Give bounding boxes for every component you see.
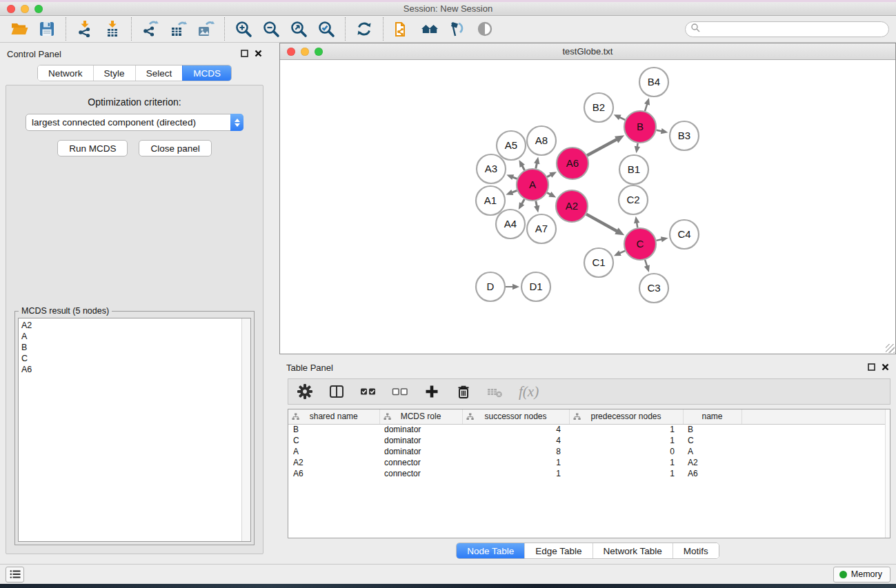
cell-successor-nodes[interactable]: 1 xyxy=(462,457,569,468)
cell-successor-nodes[interactable]: 4 xyxy=(462,435,569,446)
zoom-out-icon[interactable] xyxy=(260,19,282,39)
refresh-icon[interactable] xyxy=(353,19,375,39)
clone-network-icon[interactable] xyxy=(391,19,413,39)
zoom-fit-icon[interactable] xyxy=(288,19,310,39)
cell-name[interactable]: A2 xyxy=(683,457,741,468)
birds-eye-icon[interactable] xyxy=(474,19,496,39)
cell-successor-nodes[interactable]: 4 xyxy=(462,424,569,435)
graph-node-C[interactable]: C xyxy=(624,228,656,260)
run-mcds-button[interactable]: Run MCDS xyxy=(57,140,128,156)
import-table-icon[interactable] xyxy=(101,19,123,39)
resize-grip[interactable] xyxy=(886,344,895,353)
save-session-icon[interactable] xyxy=(36,19,58,39)
add-row-icon[interactable] xyxy=(424,383,440,400)
cell-successor-nodes[interactable]: 8 xyxy=(462,446,569,457)
cell-mcds-role[interactable]: connector xyxy=(379,468,462,479)
cell-name[interactable]: A xyxy=(683,446,741,457)
graph-node-A6[interactable]: A6 xyxy=(557,148,588,179)
delete-row-icon[interactable] xyxy=(455,383,472,400)
cell-shared-name[interactable]: C xyxy=(288,435,379,446)
float-panel-icon[interactable] xyxy=(241,48,248,60)
network-canvas[interactable]: B4B2BB3B1A5A8A6A3AA1C2A2A4A7CC4C1C3DD1 xyxy=(280,60,895,354)
column-header-mcds-role[interactable]: MCDS role xyxy=(379,409,462,424)
column-header-predecessor-nodes[interactable]: predecessor nodes xyxy=(569,409,683,424)
show-column-icon[interactable] xyxy=(328,383,345,400)
graph-node-C1[interactable]: C1 xyxy=(584,248,613,277)
mcds-result-item[interactable]: C xyxy=(21,353,250,364)
tab-node-table[interactable]: Node Table xyxy=(457,543,524,558)
tab-motifs[interactable]: Motifs xyxy=(673,543,719,558)
graph-edge-A6-B[interactable] xyxy=(587,139,617,156)
graph-node-A4[interactable]: A4 xyxy=(496,210,525,239)
cell-successor-nodes[interactable]: 1 xyxy=(462,468,569,479)
graph-node-D1[interactable]: D1 xyxy=(521,272,550,301)
graph-node-B3[interactable]: B3 xyxy=(670,121,699,150)
column-header-name[interactable]: name xyxy=(683,409,741,424)
mcds-result-item[interactable]: B xyxy=(21,342,250,353)
export-network-icon[interactable] xyxy=(139,19,161,39)
graph-node-A5[interactable]: A5 xyxy=(497,131,526,160)
table-row[interactable]: Cdominator41C xyxy=(288,435,890,446)
tab-select[interactable]: Select xyxy=(135,65,183,81)
result-list-scrollbar[interactable] xyxy=(241,318,250,541)
graph-node-C2[interactable]: C2 xyxy=(619,185,648,214)
select-all-icon[interactable] xyxy=(360,383,377,400)
graph-node-A3[interactable]: A3 xyxy=(477,154,506,183)
cell-mcds-role[interactable]: dominator xyxy=(379,424,462,435)
tab-network-table[interactable]: Network Table xyxy=(593,543,673,558)
criterion-select[interactable]: largest connected component (directed) xyxy=(26,114,243,131)
graphics-details-icon[interactable] xyxy=(446,19,468,39)
cell-shared-name[interactable]: B xyxy=(288,424,379,435)
cell-name[interactable]: B xyxy=(683,424,741,435)
table-scrollbar[interactable] xyxy=(885,409,890,538)
column-header-successor-nodes[interactable]: successor nodes xyxy=(462,409,569,424)
graph-node-B[interactable]: B xyxy=(624,111,656,143)
search-input[interactable] xyxy=(701,22,888,37)
tab-mcds[interactable]: MCDS xyxy=(182,65,231,81)
node-table[interactable]: shared nameMCDS rolesuccessor nodesprede… xyxy=(288,409,890,538)
graph-node-C3[interactable]: C3 xyxy=(639,274,668,303)
export-image-icon[interactable] xyxy=(195,19,217,39)
mcds-result-list[interactable]: A2ABCA6 xyxy=(18,318,251,542)
float-table-panel-icon[interactable] xyxy=(868,361,875,374)
search-field[interactable] xyxy=(685,21,889,37)
graph-edge-A2-C[interactable] xyxy=(586,214,617,232)
table-row[interactable]: A2connector11A2 xyxy=(288,457,890,468)
settings-gear-icon[interactable] xyxy=(297,383,313,400)
deselect-all-icon[interactable] xyxy=(392,383,408,400)
cell-mcds-role[interactable]: dominator xyxy=(379,435,462,446)
function-builder-icon[interactable]: f(x) xyxy=(519,383,539,401)
cell-shared-name[interactable]: A xyxy=(288,446,379,457)
cell-predecessor-nodes[interactable]: 1 xyxy=(569,424,683,435)
cell-shared-name[interactable]: A6 xyxy=(288,468,379,479)
graph-node-A7[interactable]: A7 xyxy=(527,214,556,243)
table-row[interactable]: Adominator80A xyxy=(288,446,890,457)
task-history-button[interactable] xyxy=(6,567,24,582)
close-table-panel-icon[interactable] xyxy=(882,361,889,374)
mcds-result-item[interactable]: A6 xyxy=(21,364,250,375)
zoom-selected-icon[interactable] xyxy=(315,19,337,39)
graph-node-B2[interactable]: B2 xyxy=(584,93,613,122)
session-titlebar[interactable]: Session: New Session xyxy=(0,2,896,16)
import-network-icon[interactable] xyxy=(74,19,96,39)
graph-edge-B-B4[interactable] xyxy=(645,103,647,111)
graph-edge-C-C3[interactable] xyxy=(645,260,647,267)
graph-node-D[interactable]: D xyxy=(476,272,505,301)
cell-predecessor-nodes[interactable]: 1 xyxy=(569,457,683,468)
cell-name[interactable]: C xyxy=(683,435,741,446)
zoom-in-icon[interactable] xyxy=(232,19,255,39)
close-panel-icon[interactable] xyxy=(255,48,262,60)
column-header-shared-name[interactable]: shared name xyxy=(288,409,379,424)
close-panel-button[interactable]: Close panel xyxy=(139,140,211,156)
tab-edge-table[interactable]: Edge Table xyxy=(524,543,592,558)
graph-node-A1[interactable]: A1 xyxy=(476,186,505,215)
cell-mcds-role[interactable]: dominator xyxy=(379,446,462,457)
graph-node-B4[interactable]: B4 xyxy=(639,68,668,97)
network-window-titlebar[interactable]: testGlobe.txt xyxy=(280,43,895,60)
tab-network[interactable]: Network xyxy=(38,65,93,81)
cell-predecessor-nodes[interactable]: 0 xyxy=(569,446,683,457)
cell-mcds-role[interactable]: connector xyxy=(379,457,462,468)
table-row[interactable]: A6connector11A6 xyxy=(288,468,890,479)
graph-node-B1[interactable]: B1 xyxy=(619,155,648,184)
graph-node-A2[interactable]: A2 xyxy=(556,190,588,222)
